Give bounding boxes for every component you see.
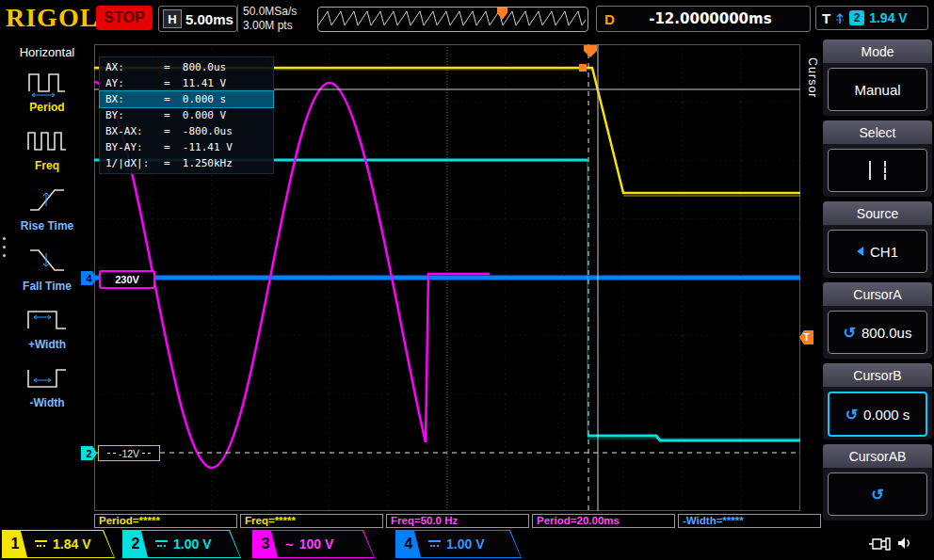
rise-time-icon [26, 184, 68, 216]
measure-item-freq[interactable]: Freq [26, 125, 68, 172]
measure-item-label: Freq [35, 159, 59, 172]
trigger-label: T [822, 10, 830, 26]
ch4-scale-value: 1.00 V [446, 536, 484, 552]
measurement-badge: Period=***** [94, 514, 237, 528]
menu-scroll-indicator [3, 237, 6, 257]
ac-coupling-icon: ~ [285, 536, 294, 552]
ch3-level-label: 230V [99, 270, 155, 289]
active-menu-tab: Cursor [802, 45, 819, 111]
ch2-scale-value: 1.00 V [173, 536, 211, 552]
menu-group-cursor-b: CursorB ↺ 0.000 s [823, 363, 932, 440]
waveform-overview-icon [318, 8, 586, 29]
rotate-knob-icon: ↺ [844, 324, 856, 342]
sound-icon [896, 535, 913, 552]
channel-status-bar: 1 1.84 V 2 1.00 V 3 ~ 100 V 4 1.00 [0, 529, 934, 560]
trigger-slope-icon [835, 10, 845, 25]
measurement-badge: -Width=***** [678, 514, 821, 528]
cursor-readout-row: BY-AY: = -11.41 V [100, 139, 273, 155]
measure-item-pos-width[interactable]: +Width [26, 304, 68, 351]
menu-group-cursor-a: CursorA ↺ 800.0us [823, 282, 932, 359]
rotate-knob-icon: ↺ [845, 406, 858, 424]
menu-header: Mode [823, 40, 932, 63]
ch4-status-block[interactable]: 4 1.00 V [395, 530, 522, 558]
left-arrow-icon [857, 247, 863, 256]
measure-item-label: +Width [28, 338, 66, 351]
trigger-source-badge: 2 [849, 10, 864, 25]
plus-width-icon [26, 304, 68, 334]
menu-group-source: Source CH1 [823, 201, 932, 278]
cursor-readout-row: BY: = 0.000 V [100, 107, 273, 123]
dash-segment [142, 453, 151, 454]
measure-item-label: -Width [29, 396, 64, 409]
ch1-scale-value: 1.84 V [53, 536, 90, 552]
menu-header: CursorAB [823, 444, 932, 468]
trigger-level-marker[interactable]: T [799, 330, 813, 344]
horizontal-label: H [163, 9, 182, 28]
source-button[interactable]: CH1 [828, 230, 927, 273]
cursor-readout-row: 1/|dX|: = 1.250kHz [100, 155, 273, 171]
usb-icon [868, 536, 891, 552]
measure-item-label: Rise Time [21, 219, 73, 232]
cursor-readout-box: AX: = 800.0us AY: = 11.41 V BX: = 0.000 … [99, 56, 274, 174]
delay-box[interactable]: D -12.0000000ms [596, 6, 811, 32]
horizontal-timebase-box[interactable]: H 5.00ms [158, 6, 237, 32]
oscilloscope-screen: RIGOL STOP H 5.00ms 50.0MSa/s 3.00M pts … [0, 0, 934, 560]
cursor-a-button[interactable]: ↺ 800.0us [828, 311, 927, 354]
ch3-number-badge: 3 [253, 531, 278, 557]
cursor-readout-row: BX-AX: = -800.0us [100, 123, 273, 139]
period-icon [26, 67, 68, 97]
ch2-reference-level-label: -12V [98, 445, 160, 461]
menu-header: Select [823, 120, 932, 144]
topbar-separator [237, 5, 238, 32]
cursor-b-button[interactable]: ↺ 0.000 s [828, 392, 927, 437]
fall-time-icon [26, 244, 68, 276]
cursor-readout-row: AY: = 11.41 V [100, 75, 273, 91]
measure-item-label: Fall Time [23, 280, 72, 293]
cursor-ab-button[interactable]: ↺ [828, 472, 927, 516]
sample-rate: 50.0MSa/s [243, 5, 297, 19]
cursor-b-bar-icon [884, 161, 886, 180]
timebase-value: 5.00ms [185, 11, 234, 27]
dc-coupling-icon [428, 539, 441, 549]
right-soft-menu: Mode Manual Select Source CH1 CursorA ↺ … [821, 40, 934, 529]
ch1-status-block[interactable]: 1 1.84 V [2, 530, 115, 558]
measure-item-fall-time[interactable]: Fall Time [23, 244, 72, 293]
trigger-level-value: 1.94 V [869, 10, 907, 25]
cursor-readout-row-selected: BX: = 0.000 s [100, 91, 273, 107]
menu-header: Source [823, 201, 932, 225]
ch1-number-badge: 1 [3, 531, 27, 557]
ch3-status-block[interactable]: 3 ~ 100 V [252, 530, 375, 558]
memory-depth: 3.00M pts [243, 19, 297, 33]
delay-label: D [604, 11, 615, 27]
dc-coupling-icon [35, 539, 47, 549]
ch2-number-badge: 2 [123, 531, 148, 557]
measurement-badge: Freq=***** [240, 514, 383, 528]
mode-button[interactable]: Manual [828, 68, 927, 111]
ch2-status-block[interactable]: 2 1.00 V [122, 530, 241, 558]
measurement-readouts: Period=***** Freq=***** Freq=50.0 Hz Per… [94, 514, 821, 528]
minus-width-icon [26, 362, 68, 392]
measure-item-neg-width[interactable]: -Width [26, 362, 68, 409]
trigger-box[interactable]: T 2 1.94 V [815, 6, 928, 30]
run-state-badge[interactable]: STOP [96, 6, 153, 30]
dash-segment [107, 453, 116, 454]
rigol-logo: RIGOL [6, 3, 98, 33]
waveform-position-bar[interactable] [317, 7, 588, 32]
measurement-badge: Period=20.00ms [532, 514, 675, 528]
cursor-a-bar-icon [869, 161, 871, 180]
cursor-readout-row: AX: = 800.0us [100, 59, 273, 75]
menu-group-select: Select [823, 120, 932, 197]
acquisition-info: 50.0MSa/s 3.00M pts [243, 5, 297, 33]
menu-header: CursorA [823, 282, 932, 306]
select-button[interactable] [828, 149, 927, 192]
dc-coupling-icon [155, 539, 168, 549]
menu-header: CursorB [823, 363, 932, 387]
left-menu-title: Horizontal [20, 45, 75, 59]
measure-item-rise-time[interactable]: Rise Time [21, 184, 73, 232]
delay-value: -12.0000000ms [624, 10, 810, 27]
left-measure-menu: Horizontal Period Freq Rise Time [0, 40, 94, 529]
measure-item-label: Period [29, 101, 64, 114]
freq-icon [26, 125, 68, 155]
measure-item-period[interactable]: Period [26, 67, 68, 114]
ch3-scale-value: 100 V [299, 536, 334, 552]
